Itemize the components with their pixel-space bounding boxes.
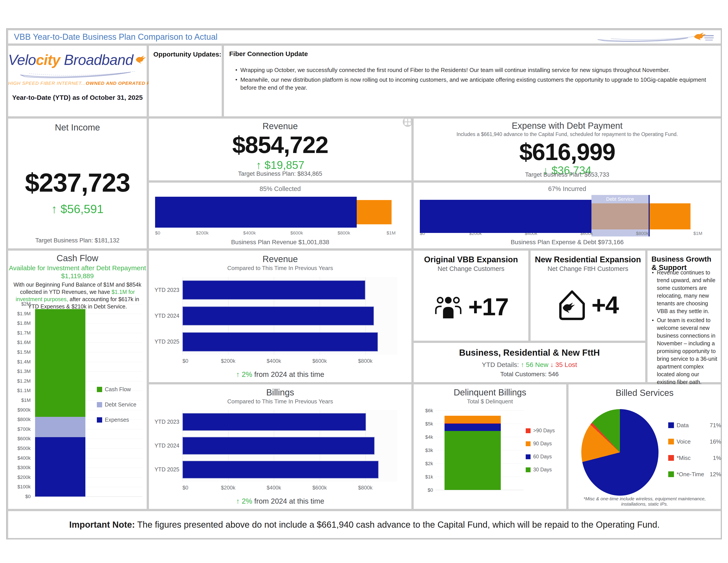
brf-lost: ↓ 35 Lost (548, 361, 577, 368)
revenue-target: Target Business Plan: $834,865 (149, 170, 411, 177)
plot-area (182, 277, 397, 355)
ytd-2025-bar (182, 461, 379, 478)
axis-tick-label: $1M (693, 231, 702, 236)
logo-part-velo: Velo (8, 52, 36, 68)
y-tick-label: $1M (11, 398, 31, 403)
delinquent-subtitle: Total $ Delinquent (414, 398, 566, 405)
y-tick-label: $1k (420, 474, 433, 480)
opportunity-updates-label: Opportunity Updates: (153, 51, 221, 58)
data-swatch (668, 422, 674, 428)
bullet-dot-icon: • (652, 317, 654, 324)
axis-tick-label: $200k (221, 485, 235, 491)
cash-flow-chart: $2M$1.9M$1.8M$1.7M$1.6M$1.5M$1.4M$1.3M$1… (11, 304, 144, 507)
delinquent-legend: >90 Days90 Days60 Days30 Days (526, 428, 555, 473)
business-growth-panel: Business Growth & Support •Revenue conti… (647, 250, 721, 383)
expense-incurred-bar (420, 200, 591, 233)
brf-panel: Business, Residential & New FttH YTD Det… (413, 343, 645, 383)
90-days-segment (445, 416, 501, 423)
y-tick-label: $3k (420, 448, 433, 453)
logo-part-broadband: Broadband (60, 52, 133, 68)
y-tick-label: $1.9M (11, 311, 31, 317)
90-days-segment (445, 423, 501, 424)
debt-service-band-label: Debt Service (591, 196, 649, 202)
brf-total: Total Customers: 546 (414, 371, 645, 378)
revenue-progress-panel: 85% Collected $0$200k$400k$600k$800k$1M … (149, 182, 412, 248)
title-bar: VBB Year-to-Date Business Plan Compariso… (8, 30, 721, 44)
legend-value: 1% (708, 455, 721, 461)
90-days-swatch (526, 428, 531, 433)
expenses-swatch (97, 417, 102, 423)
expense-progress-panel: 67% Incurred Debt Service $0$200k$400k$6… (413, 182, 721, 248)
expense-progress-caption: Business Plan Expense & Debt $973,166 (414, 239, 721, 246)
bullet-dot-icon: • (235, 66, 237, 74)
axis-tick-label: $800k (338, 230, 350, 235)
y-tick-label: $1.6M (11, 340, 31, 345)
y-tick-label: $200k (11, 475, 31, 480)
legend-label: Debt Service (105, 401, 136, 408)
expense-value: $616,999 (414, 138, 721, 165)
axis-tick-label: $0 (182, 485, 188, 491)
x-axis: $0$200k$400k$600k$800k (182, 358, 397, 368)
revenue-compare-subtitle: Compared to This Time In Previous Years (149, 265, 411, 271)
residential-expansion-value: +4 (591, 291, 618, 319)
billings-chart: YTD 2023YTD 2024YTD 2025$0$200k$400k$600… (154, 410, 405, 495)
y-tick-label: $800k (11, 417, 31, 422)
y-tick-label: $600k (11, 436, 31, 442)
debt-service-segment (35, 417, 85, 437)
y-tick-label: $100k (11, 484, 31, 490)
revenue-compare-panel: Revenue Compared to This Time In Previou… (149, 250, 412, 383)
legend-value: 16% (708, 438, 721, 445)
cash-flow-title: Cash Flow (8, 253, 147, 263)
legend-label: Voice (677, 438, 705, 445)
revenue-progress-axis: $0$200k$400k$600k$800k$1M (155, 230, 405, 237)
expense-subtitle: Includes a $661,940 advance to the Capit… (414, 131, 721, 137)
revenue-remaining-bar (357, 200, 391, 224)
residential-expansion-title: New Residential Expansion (531, 255, 645, 264)
legend-label: *One-Time (677, 471, 705, 478)
net-income-panel: Net Income $237,723 ↑ $56,591 Target Bus… (8, 118, 147, 248)
tagline-light: HIGH SPEED FIBER INTERNET... (8, 81, 86, 86)
revenue-compare-chart: YTD 2023YTD 2024YTD 2025$0$200k$400k$600… (154, 277, 405, 369)
net-income-delta: ↑ $56,591 (8, 202, 147, 216)
30-days-swatch (526, 467, 531, 472)
billings-panel: Billings Compared to This Time In Previo… (149, 384, 412, 509)
y-tick-label: $1.8M (11, 321, 31, 326)
ytd-2024-bar (182, 437, 375, 455)
y-tick-label: $1.5M (11, 349, 31, 355)
y-tick-label: $700k (11, 426, 31, 432)
original-expansion-subtitle: Net Change Customers (414, 265, 528, 272)
revenue-compare-title: Revenue (149, 254, 411, 264)
logo-tagline: HIGH SPEED FIBER INTERNET...OWNED AND OP… (8, 81, 147, 86)
legend-item: 90 Days (526, 441, 555, 447)
drag-handle-icon[interactable] (403, 117, 413, 127)
page-title: VBB Year-to-Date Business Plan Compariso… (14, 32, 218, 42)
category-label: YTD 2024 (154, 443, 179, 449)
ytd-2023-bar (182, 413, 366, 431)
fiber-update-panel: Fiber Connection Update •Wrapping up Oct… (224, 45, 721, 117)
misc-swatch (668, 455, 674, 461)
ytd-2023-bar (182, 280, 365, 300)
90-days-swatch (526, 441, 531, 446)
as-of-date: Year-to-Date (YTD) as of October 31, 202… (8, 94, 147, 101)
legend-item: Cash Flow (97, 386, 136, 393)
60-days-swatch (526, 454, 531, 459)
legend-value: 71% (708, 422, 721, 429)
axis-tick-label: $800k (358, 485, 372, 491)
axis-tick-label: $0 (155, 230, 160, 235)
axis-tick-label: $800k (636, 231, 649, 236)
cash-flow-swatch (97, 387, 102, 392)
brf-details: YTD Details: ↑ 56 New ↓ 35 Lost (414, 361, 645, 369)
net-income-value: $237,723 (8, 167, 147, 197)
billed-services-pie (581, 409, 659, 496)
ftth-house-bird-icon (557, 290, 587, 321)
fiber-bullet-2: •Meanwhile, our new distribution platfor… (235, 76, 714, 92)
cash-flow-segment (35, 309, 85, 417)
dashboard-page: { "header": {"title": "VBB Year-to-Date … (0, 0, 728, 563)
hummingbird-icon (135, 53, 147, 67)
y-tick-label: $2k (420, 461, 433, 467)
billed-services-panel: Billed Services Data71%Voice16%*Misc1%*O… (568, 384, 721, 509)
y-tick-label: $4k (420, 434, 433, 440)
logo-swoosh-icon (16, 70, 139, 79)
billings-footer: ↑ 2% from 2024 at this time (149, 497, 411, 505)
gridline (435, 490, 523, 490)
